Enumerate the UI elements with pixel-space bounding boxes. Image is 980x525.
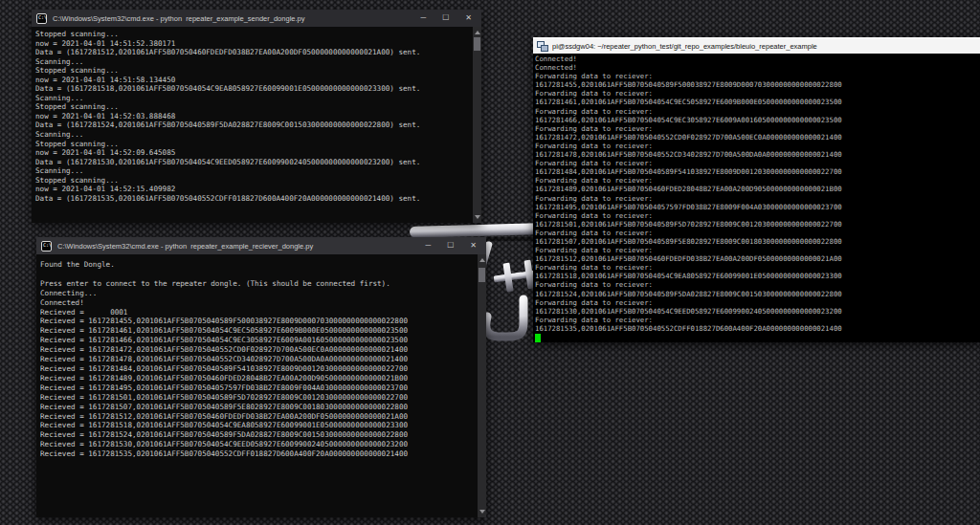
- terminal-line: Stopped scanning...: [35, 140, 471, 149]
- terminal-line: 1617281507,0201061AFF5B0705040589F5E8028…: [535, 237, 980, 246]
- terminal-line: Data = (1617281535,0201061AFF5B070504055…: [35, 194, 471, 204]
- terminal-line: Data = (1617281524,0201061AFF5B070504058…: [35, 120, 471, 130]
- metal-j-hook: [486, 299, 523, 337]
- window-cmd-sender: C:\Windows\System32\cmd.exe - python rep…: [32, 10, 481, 223]
- putty-icon: [537, 41, 547, 52]
- terminal-line: Scanning...: [35, 166, 471, 176]
- window-title: C:\Windows\System32\cmd.exe - python rep…: [57, 242, 419, 251]
- window-cmd-receiver: C:\Windows\System32\cmd.exe - python rep…: [36, 237, 486, 517]
- titlebar[interactable]: C:\Windows\System32\cmd.exe - python rep…: [36, 237, 486, 254]
- terminal-line: Connected!: [40, 298, 476, 308]
- terminal-line: Forwarding data to reciever:: [535, 107, 980, 116]
- window-putty: pi@ssdgw04: ~/repeater_python_test/git_r…: [533, 37, 980, 342]
- terminal-output: Stopped scanning...now = 2021-04-01 14:5…: [35, 30, 471, 223]
- cmd-icon: [36, 13, 47, 24]
- terminal-line: 1617281495,0201061AFF5B070504057597FD038…: [535, 203, 980, 211]
- terminal-line: Forwarding data to reciever:: [535, 176, 980, 185]
- terminal-line: Recieved = 1617281530,0201061AFF5B070504…: [40, 440, 476, 449]
- terminal-line: Forwarding data to reciever:: [535, 246, 980, 254]
- scroll-down-icon[interactable]: [475, 215, 480, 219]
- scroll-up-icon[interactable]: [475, 31, 480, 34]
- terminal-line: Recieved = 1617281535,0201061AFF5B070504…: [40, 449, 476, 459]
- scroll-down-icon[interactable]: [479, 510, 485, 514]
- terminal-line: Recieved = 1617281478,0201061AFF5B070504…: [40, 355, 476, 364]
- terminal-line: 1617281524,0201061AFF5B0705040589F5DA028…: [535, 290, 980, 298]
- minimize-button[interactable]: ─: [420, 14, 426, 22]
- terminal-line: Stopped scanning...: [35, 176, 471, 186]
- terminal-content: Connected!Connected!Forwarding data to r…: [533, 54, 980, 342]
- terminal-line: 1617281489,0201061AFF5B07050460FDED28048…: [535, 185, 980, 193]
- terminal-line: Recieved = 1617281524,0201061AFF5B070504…: [40, 430, 476, 440]
- terminal-line: Forwarding data to reciever:: [535, 159, 980, 167]
- scrollbar-thumb[interactable]: [474, 37, 480, 51]
- terminal-line: 1617281461,0201061AFF5B070504054C9EC5058…: [535, 98, 980, 106]
- terminal-line: Stopped scanning...: [35, 102, 471, 112]
- window-title: C:\Windows\System32\cmd.exe - python rep…: [53, 14, 414, 23]
- terminal-line: Scanning...: [35, 57, 471, 67]
- close-button[interactable]: ✕: [465, 14, 472, 22]
- terminal-line: Recieved = 1617281518,0201061AFF5B070504…: [40, 421, 476, 430]
- close-button[interactable]: ✕: [470, 242, 477, 250]
- terminal-line: Data = (1617281512,0201061AFF5B07050460F…: [35, 48, 471, 57]
- terminal-line: now = 2021-04-01 14:52:15.409982: [35, 185, 471, 194]
- terminal-line: 1617281466,0201061AFF5B070504054C9EC3058…: [535, 116, 980, 124]
- window-title: pi@ssdgw04: ~/repeater_python_test/git_r…: [552, 42, 976, 51]
- terminal-line: Recieved = 1617281466,0201061AFF5B070504…: [40, 336, 476, 345]
- terminal-line: Recieved = 1617281461,0201061AFF5B070504…: [40, 326, 476, 336]
- terminal-line: Scanning...: [35, 130, 471, 140]
- titlebar[interactable]: C:\Windows\System32\cmd.exe - python rep…: [32, 10, 481, 27]
- titlebar[interactable]: pi@ssdgw04: ~/repeater_python_test/git_r…: [533, 37, 980, 54]
- terminal-line: Forwarding data to reciever:: [535, 263, 980, 272]
- terminal-line: now = 2021-04-01 14:52:03.888468: [35, 112, 471, 121]
- scrollbar[interactable]: [478, 254, 486, 517]
- terminal-line: 1617281501,0201061AFF5B0705040589F5D7028…: [535, 220, 980, 229]
- terminal-line: Data = (1617281530,0201061AFF5B070504054…: [35, 158, 471, 167]
- maximize-button[interactable]: ☐: [447, 242, 454, 250]
- metal-tube: [410, 223, 544, 238]
- terminal-line: Forwarding data to reciever:: [535, 124, 980, 133]
- terminal-line: Stopped scanning...: [35, 66, 471, 76]
- terminal-line: Recieved = 1617281472,0201061AFF5B070504…: [40, 345, 476, 355]
- terminal-line: Recieved = 1617281512,0201061AFF5B070504…: [40, 412, 476, 422]
- terminal-line: Recieved = 1617281455,0201061AFF5B070504…: [40, 317, 476, 326]
- scroll-up-icon[interactable]: [479, 258, 485, 262]
- terminal-line: Found the Dongle.: [40, 260, 476, 270]
- terminal-line: 1617281530,0201061AFF5B070504054C9EED058…: [535, 307, 980, 316]
- terminal-line: Data = (1617281518,0201061AFF5B070504054…: [35, 84, 471, 94]
- window-controls: ─ ☐ ✕: [420, 14, 472, 22]
- terminal-line: Connected!: [535, 55, 980, 63]
- terminal-line: now = 2021-04-01 14:52:09.645085: [35, 148, 471, 158]
- terminal-line: Forwarding data to reciever:: [535, 316, 980, 324]
- terminal-content: Stopped scanning...now = 2021-04-01 14:5…: [32, 27, 481, 223]
- terminal-line: Forwarding data to reciever:: [535, 229, 980, 237]
- terminal-line: 1617281512,0201061AFF5B07050460FDEDFD038…: [535, 254, 980, 263]
- terminal-line: Forwarding data to reciever:: [535, 280, 980, 289]
- terminal-line: Forwarding data to reciever:: [535, 89, 980, 98]
- terminal-line: 1617281484,0201061AFF5B0705040589F541038…: [535, 167, 980, 176]
- terminal-line: Forwarding data to reciever:: [535, 72, 980, 80]
- terminal-line: Forwarding data to reciever:: [535, 298, 980, 307]
- terminal-line: Forwarding data to reciever:: [535, 194, 980, 203]
- terminal-line: Recieved = 1617281489,0201061AFF5B070504…: [40, 374, 476, 383]
- window-controls: ─ ☐ ✕: [425, 242, 477, 250]
- minimize-button[interactable]: ─: [425, 242, 431, 250]
- scrollbar[interactable]: [473, 27, 481, 223]
- terminal-line: Forwarding data to reciever:: [535, 211, 980, 220]
- terminal-line: Press enter to connect to the repeater d…: [40, 279, 476, 289]
- terminal-content: Found the Dongle. Press enter to connect…: [36, 254, 486, 517]
- terminal-line: Recieved = 1617281495,0201061AFF5B070504…: [40, 383, 476, 393]
- terminal-line: Recieved = 1617281507,0201061AFF5B070504…: [40, 403, 476, 412]
- terminal-output: Found the Dongle. Press enter to connect…: [40, 260, 476, 517]
- terminal-line: Scanning...: [35, 94, 471, 103]
- terminal-output: Connected!Connected!Forwarding data to r…: [535, 55, 980, 333]
- terminal-line: 1617281518,0201061AFF5B070504054C9EA8058…: [535, 272, 980, 280]
- scrollbar-thumb[interactable]: [479, 268, 485, 282]
- terminal-line: Recieved = 0001: [40, 308, 476, 317]
- terminal-line: 1617281455,0201061AFF5B0705040589F500038…: [535, 80, 980, 89]
- terminal-line: [40, 270, 476, 279]
- maximize-button[interactable]: ☐: [442, 14, 449, 22]
- terminal-line: 1617281535,0201061AFF5B0705040552CDFF018…: [535, 324, 980, 333]
- terminal-line: Forwarding data to reciever:: [535, 142, 980, 150]
- terminal-line: Recieved = 1617281501,0201061AFF5B070504…: [40, 393, 476, 403]
- terminal-line: now = 2021-04-01 14:51:52.380171: [35, 39, 471, 49]
